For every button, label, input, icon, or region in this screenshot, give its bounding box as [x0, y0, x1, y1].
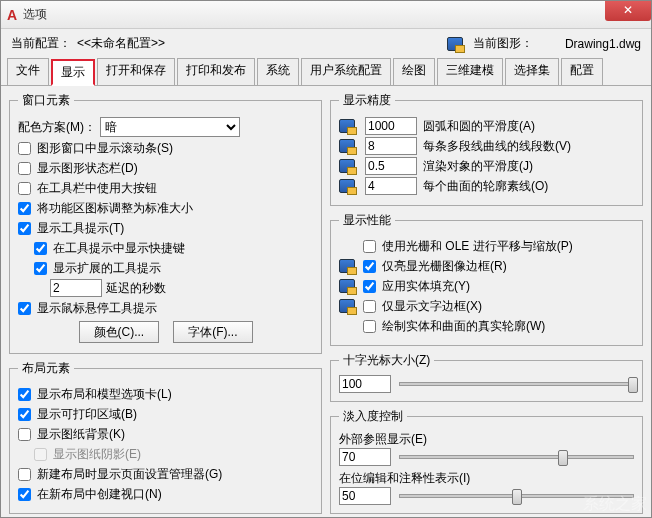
db-icon — [339, 179, 355, 193]
display-precision-legend: 显示精度 — [339, 92, 395, 109]
current-profile-label: 当前配置： — [11, 35, 71, 52]
precision-label: 每条多段线曲线的线段数(V) — [423, 138, 571, 155]
checkbox-label: 图形窗口中显示滚动条(S) — [37, 139, 173, 157]
app-icon: A — [7, 7, 17, 23]
checkbox-label: 在新布局中创建视口(N) — [37, 485, 162, 503]
xref-fade-label: 外部参照显示(E) — [339, 431, 634, 448]
checkbox[interactable] — [18, 182, 31, 195]
perf-label: 仅亮显光栅图像边框(R) — [382, 257, 507, 275]
tab-选择集[interactable]: 选择集 — [505, 58, 559, 85]
slider-thumb[interactable] — [628, 377, 638, 393]
edit-fade-input[interactable] — [339, 487, 391, 505]
db-icon — [339, 159, 355, 173]
slider-thumb[interactable] — [512, 489, 522, 505]
perf-checkbox[interactable] — [363, 320, 376, 333]
checkbox-label: 显示工具提示(T) — [37, 219, 124, 237]
color-scheme-label: 配色方案(M)： — [18, 118, 96, 136]
tab-绘图[interactable]: 绘图 — [393, 58, 435, 85]
window-title: 选项 — [23, 6, 47, 23]
fade-control-group: 淡入度控制 外部参照显示(E) 在位编辑和注释性表示(I) — [330, 408, 643, 514]
tooltip-delay-label: 延迟的秒数 — [106, 279, 166, 297]
fonts-button[interactable]: 字体(F)... — [173, 321, 252, 343]
tab-打开和保存[interactable]: 打开和保存 — [97, 58, 175, 85]
edit-fade-slider[interactable] — [399, 494, 634, 498]
checkbox-label: 显示扩展的工具提示 — [53, 259, 161, 277]
db-icon — [339, 119, 355, 133]
checkbox[interactable] — [18, 468, 31, 481]
checkbox-label: 在工具提示中显示快捷键 — [53, 239, 185, 257]
perf-label: 应用实体填充(Y) — [382, 277, 470, 295]
checkbox-label: 显示图纸背景(K) — [37, 425, 125, 443]
display-precision-group: 显示精度 圆弧和圆的平滑度(A)每条多段线曲线的线段数(V)渲染对象的平滑度(J… — [330, 92, 643, 206]
checkbox[interactable] — [18, 388, 31, 401]
layout-elements-legend: 布局元素 — [18, 360, 74, 377]
perf-checkbox[interactable] — [363, 240, 376, 253]
close-button[interactable]: ✕ — [605, 1, 651, 21]
precision-label: 渲染对象的平滑度(J) — [423, 158, 533, 175]
checkbox[interactable] — [34, 262, 47, 275]
checkbox[interactable] — [18, 222, 31, 235]
checkbox-label: 将功能区图标调整为标准大小 — [37, 199, 193, 217]
tab-配置[interactable]: 配置 — [561, 58, 603, 85]
perf-checkbox[interactable] — [363, 280, 376, 293]
precision-input[interactable] — [365, 117, 417, 135]
crosshair-legend: 十字光标大小(Z) — [339, 352, 434, 369]
current-profile-value: <<未命名配置>> — [77, 35, 165, 52]
hover-tooltip-label: 显示鼠标悬停工具提示 — [37, 299, 157, 317]
db-icon — [339, 279, 355, 293]
layout-elements-group: 布局元素 显示布局和模型选项卡(L)显示可打印区域(B)显示图纸背景(K) 显示… — [9, 360, 322, 514]
tooltip-delay-input[interactable] — [50, 279, 102, 297]
fade-legend: 淡入度控制 — [339, 408, 407, 425]
crosshair-group: 十字光标大小(Z) — [330, 352, 643, 402]
checkbox-label: 显示图形状态栏(D) — [37, 159, 138, 177]
xref-fade-input[interactable] — [339, 448, 391, 466]
checkbox[interactable] — [18, 408, 31, 421]
drawing-icon — [447, 37, 463, 51]
perf-label: 绘制实体和曲面的真实轮廓(W) — [382, 317, 545, 335]
xref-fade-slider[interactable] — [399, 455, 634, 459]
window-elements-group: 窗口元素 配色方案(M)： 暗 图形窗口中显示滚动条(S)显示图形状态栏(D)在… — [9, 92, 322, 354]
slider-thumb[interactable] — [558, 450, 568, 466]
checkbox[interactable] — [18, 428, 31, 441]
checkbox[interactable] — [18, 202, 31, 215]
paper-shadow-label: 显示图纸阴影(E) — [53, 445, 141, 463]
tab-系统[interactable]: 系统 — [257, 58, 299, 85]
profile-row: 当前配置： <<未命名配置>> 当前图形： Drawing1.dwg — [1, 29, 651, 58]
titlebar: A 选项 ✕ — [1, 1, 651, 29]
current-drawing-label: 当前图形： — [473, 35, 533, 52]
tab-打印和发布[interactable]: 打印和发布 — [177, 58, 255, 85]
crosshair-input[interactable] — [339, 375, 391, 393]
perf-label: 使用光栅和 OLE 进行平移与缩放(P) — [382, 237, 573, 255]
current-drawing-value: Drawing1.dwg — [565, 37, 641, 51]
perf-label: 仅显示文字边框(X) — [382, 297, 482, 315]
checkbox[interactable] — [18, 162, 31, 175]
tab-用户系统配置[interactable]: 用户系统配置 — [301, 58, 391, 85]
crosshair-slider[interactable] — [399, 382, 634, 386]
colors-button[interactable]: 颜色(C)... — [79, 321, 160, 343]
perf-checkbox[interactable] — [363, 300, 376, 313]
tab-显示[interactable]: 显示 — [51, 59, 95, 86]
checkbox-label: 显示可打印区域(B) — [37, 405, 137, 423]
perf-checkbox[interactable] — [363, 260, 376, 273]
hover-tooltip-checkbox[interactable] — [18, 302, 31, 315]
paper-shadow-checkbox — [34, 448, 47, 461]
tab-文件[interactable]: 文件 — [7, 58, 49, 85]
precision-input[interactable] — [365, 137, 417, 155]
display-performance-legend: 显示性能 — [339, 212, 395, 229]
checkbox-label: 在工具栏中使用大按钮 — [37, 179, 157, 197]
checkbox[interactable] — [34, 242, 47, 255]
checkbox[interactable] — [18, 142, 31, 155]
precision-label: 圆弧和圆的平滑度(A) — [423, 118, 535, 135]
checkbox-label: 新建布局时显示页面设置管理器(G) — [37, 465, 222, 483]
tab-三维建模[interactable]: 三维建模 — [437, 58, 503, 85]
window-elements-legend: 窗口元素 — [18, 92, 74, 109]
db-icon — [339, 259, 355, 273]
precision-input[interactable] — [365, 177, 417, 195]
color-scheme-select[interactable]: 暗 — [100, 117, 240, 137]
checkbox[interactable] — [18, 488, 31, 501]
edit-fade-label: 在位编辑和注释性表示(I) — [339, 470, 634, 487]
db-icon — [339, 139, 355, 153]
precision-input[interactable] — [365, 157, 417, 175]
db-icon — [339, 299, 355, 313]
checkbox-label: 显示布局和模型选项卡(L) — [37, 385, 172, 403]
